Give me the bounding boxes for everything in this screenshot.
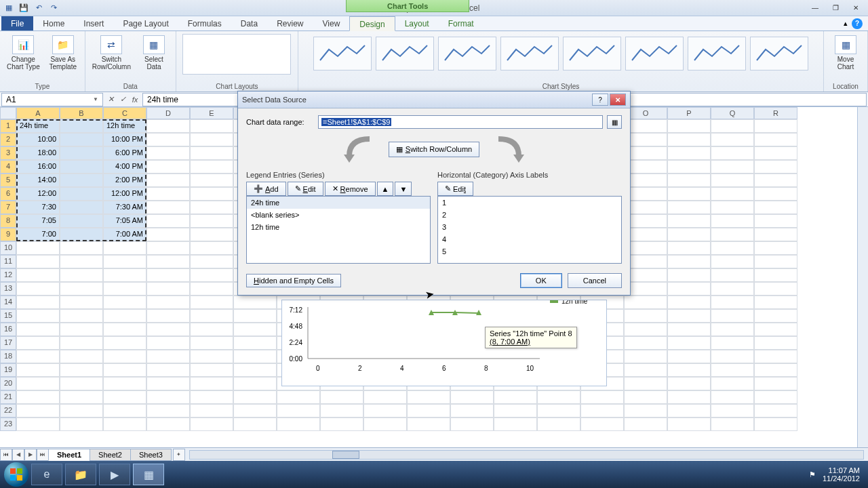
cell[interactable] [103,418,146,431]
cell[interactable] [754,255,797,268]
cell[interactable] [16,418,60,431]
tab-page-layout[interactable]: Page Layout [113,16,178,30]
tab-file[interactable]: File [1,16,33,30]
cell[interactable] [190,174,233,187]
cell[interactable] [667,160,711,174]
row-header[interactable]: 14 [0,296,16,309]
cell[interactable] [277,404,320,418]
cell[interactable]: 7:05 AM [103,214,146,228]
sheet-tab[interactable]: Sheet1 [48,449,90,461]
cell[interactable] [667,282,711,296]
cell[interactable]: 7:05 [16,214,60,228]
select-data-button[interactable]: ▦SelectData [138,34,170,83]
cell[interactable] [190,336,233,350]
cell[interactable]: 7:00 [16,228,60,241]
undo-icon[interactable]: ↶ [33,2,45,14]
cell[interactable] [711,282,754,296]
cell[interactable] [103,404,146,418]
column-header[interactable]: D [146,107,190,119]
row-header[interactable]: 22 [0,404,16,418]
cell[interactable] [16,350,60,363]
cell[interactable] [60,174,103,187]
cell[interactable] [233,418,277,431]
cell[interactable] [754,187,797,201]
row-header[interactable]: 9 [0,228,16,241]
cell[interactable]: 12h time [103,119,146,133]
list-item[interactable]: 3 [438,221,621,233]
cell[interactable] [233,363,277,377]
cell[interactable] [667,228,711,241]
cell[interactable] [754,377,797,390]
cell[interactable] [146,418,190,431]
cell[interactable] [60,404,103,418]
cell[interactable] [667,363,711,377]
cell[interactable] [624,350,667,363]
cell[interactable] [146,390,190,404]
cell[interactable] [233,323,277,336]
cell[interactable] [667,201,711,214]
column-header[interactable]: Q [711,107,754,119]
cell[interactable] [190,363,233,377]
cell[interactable] [624,418,667,431]
row-header[interactable]: 8 [0,214,16,228]
cell[interactable] [190,296,233,309]
cell[interactable] [190,309,233,323]
cell[interactable] [190,255,233,268]
cell[interactable] [103,268,146,282]
cell[interactable] [103,309,146,323]
cell[interactable] [711,404,754,418]
cell[interactable] [16,309,60,323]
cell[interactable] [754,228,797,241]
cell[interactable] [277,390,320,404]
cell[interactable] [233,350,277,363]
vertical-scrollbar[interactable] [857,107,868,447]
row-header[interactable]: 7 [0,201,16,214]
cell[interactable] [667,296,711,309]
horizontal-scrollbar[interactable] [189,450,864,460]
cell[interactable] [60,282,103,296]
tab-insert[interactable]: Insert [74,16,113,30]
cell[interactable] [146,228,190,241]
cell[interactable] [711,363,754,377]
cell[interactable] [190,133,233,146]
cell[interactable]: 7:30 [16,201,60,214]
cell[interactable] [16,241,60,255]
cell[interactable] [190,160,233,174]
series-list[interactable]: 24h time <blank series> 12h time [246,196,431,264]
row-header[interactable]: 23 [0,418,16,431]
cell[interactable] [754,390,797,404]
cell[interactable] [146,350,190,363]
row-header[interactable]: 19 [0,363,16,377]
tab-design[interactable]: Design [349,16,395,31]
cell[interactable] [146,160,190,174]
cell[interactable] [711,146,754,160]
cell[interactable] [146,309,190,323]
enter-formula-icon[interactable]: ✓ [117,94,129,106]
cell[interactable] [450,418,494,431]
cell[interactable] [60,228,103,241]
move-chart-button[interactable]: ▦MoveChart [829,34,862,83]
cell[interactable] [754,363,797,377]
cell[interactable] [320,390,363,404]
cell[interactable] [146,214,190,228]
column-header[interactable]: B [60,107,103,119]
cell[interactable] [233,309,277,323]
cell[interactable] [60,214,103,228]
redo-icon[interactable]: ↷ [47,2,60,14]
taskbar-ie-icon[interactable]: e [31,464,62,485]
cell[interactable] [16,323,60,336]
cell[interactable] [667,268,711,282]
cell[interactable]: 10:00 [16,133,60,146]
cell[interactable] [624,296,667,309]
first-sheet-icon[interactable]: ⏮ [0,449,12,461]
row-header[interactable]: 6 [0,187,16,201]
cell[interactable] [60,363,103,377]
list-item[interactable]: 24h time [247,197,430,209]
column-header[interactable]: C [103,107,146,119]
row-header[interactable]: 21 [0,390,16,404]
series-move-up-button[interactable]: ▲ [377,182,394,196]
cell[interactable] [60,296,103,309]
cell[interactable] [450,404,494,418]
cell[interactable] [60,187,103,201]
ok-button[interactable]: OK [520,273,562,288]
